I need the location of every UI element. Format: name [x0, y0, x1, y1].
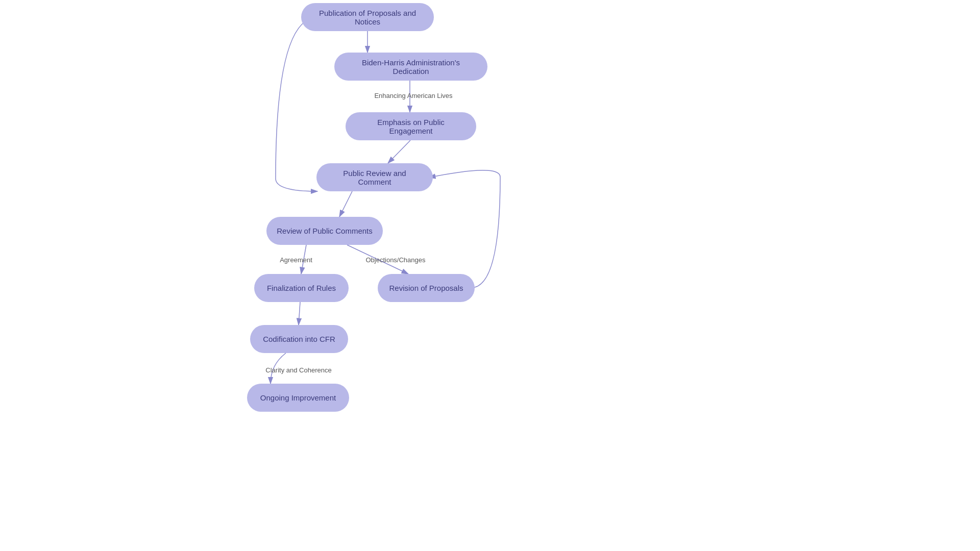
node-codification: Codification into CFR [250, 325, 348, 353]
label-objections: Objections/Changes [357, 256, 434, 264]
node-publication: Publication of Proposals and Notices [301, 3, 434, 31]
flowchart-svg [0, 0, 980, 551]
label-agreement: Agreement [271, 256, 322, 264]
node-biden-harris: Biden-Harris Administration's Dedication [334, 53, 487, 81]
node-revision: Revision of Proposals [378, 274, 475, 302]
svg-line-7 [299, 302, 300, 325]
label-clarity: Clarity and Coherence [255, 366, 342, 374]
node-finalization: Finalization of Rules [254, 274, 349, 302]
node-public-review: Public Review and Comment [316, 163, 433, 191]
svg-line-4 [339, 191, 352, 217]
label-enhancing: Enhancing American Lives [362, 92, 464, 99]
diagram-container: Publication of Proposals and Notices Bid… [0, 0, 980, 551]
node-emphasis: Emphasis on Public Engagement [346, 112, 476, 140]
node-review-comments: Review of Public Comments [266, 217, 383, 245]
svg-line-3 [388, 140, 410, 163]
node-ongoing-improvement: Ongoing Improvement [247, 384, 349, 412]
